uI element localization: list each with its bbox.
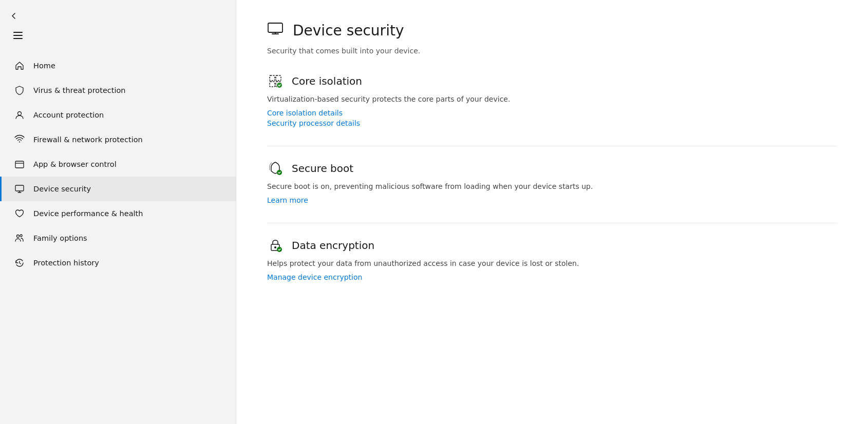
sidebar: Home Virus & threat protection Account p… [0, 0, 236, 424]
svg-point-12 [277, 170, 282, 175]
section-data-encryption: Data encryption Helps protect your data … [267, 238, 837, 281]
secure-boot-learn-more-link[interactable]: Learn more [267, 196, 837, 204]
page-subtitle: Security that comes built into your devi… [267, 47, 837, 55]
sidebar-item-app-browser-label: App & browser control [33, 160, 117, 168]
sidebar-item-device-security[interactable]: Device security [0, 177, 236, 201]
wifi-icon [14, 134, 25, 145]
svg-point-15 [277, 247, 282, 252]
svg-rect-7 [276, 75, 281, 81]
svg-rect-2 [15, 185, 24, 191]
core-isolation-details-link[interactable]: Core isolation details [267, 109, 837, 117]
svg-point-4 [20, 235, 22, 237]
core-isolation-icon [267, 73, 284, 89]
sidebar-item-protection-history-label: Protection history [33, 259, 99, 267]
page-header-icon [267, 21, 284, 41]
secure-boot-icon [267, 161, 284, 176]
manage-device-encryption-link[interactable]: Manage device encryption [267, 273, 837, 281]
page-title: Device security [293, 22, 404, 39]
section-core-isolation-header: Core isolation [267, 73, 837, 89]
monitor-icon [14, 184, 25, 194]
person-icon [14, 110, 25, 120]
home-icon [14, 61, 25, 71]
sidebar-item-home-label: Home [33, 62, 55, 70]
section-secure-boot-description: Secure boot is on, preventing malicious … [267, 181, 616, 192]
hamburger-button[interactable] [4, 27, 32, 44]
svg-point-3 [17, 235, 20, 238]
svg-rect-1 [15, 161, 24, 168]
sidebar-item-device-performance[interactable]: Device performance & health [0, 201, 236, 226]
svg-point-11 [277, 83, 282, 88]
back-button[interactable] [0, 6, 236, 26]
divider-2 [267, 223, 837, 223]
sidebar-item-protection-history[interactable]: Protection history [0, 250, 236, 275]
sidebar-item-firewall-network-label: Firewall & network protection [33, 136, 143, 144]
svg-point-14 [274, 246, 276, 248]
section-core-isolation: Core isolation Virtualization-based secu… [267, 73, 837, 127]
hamburger-icon [13, 32, 23, 39]
section-data-encryption-title: Data encryption [292, 239, 374, 252]
history-icon [14, 258, 25, 268]
section-secure-boot: Secure boot Secure boot is on, preventin… [267, 161, 837, 204]
sidebar-item-family-options-label: Family options [33, 234, 87, 242]
svg-rect-6 [270, 75, 275, 81]
main-content: Device security Security that comes buil… [236, 0, 868, 424]
divider-1 [267, 146, 837, 146]
heart-icon [14, 208, 25, 219]
sidebar-item-virus-threat-label: Virus & threat protection [33, 86, 126, 94]
section-data-encryption-header: Data encryption [267, 238, 837, 253]
svg-rect-8 [270, 82, 275, 87]
page-header: Device security [267, 21, 837, 41]
section-data-encryption-description: Helps protect your data from unauthorize… [267, 258, 616, 269]
sidebar-nav: Home Virus & threat protection Account p… [0, 49, 236, 424]
svg-rect-5 [268, 23, 282, 32]
sidebar-item-app-browser[interactable]: App & browser control [0, 152, 236, 177]
sidebar-top-buttons [0, 0, 236, 49]
svg-point-0 [18, 112, 22, 115]
section-secure-boot-header: Secure boot [267, 161, 837, 176]
data-encryption-icon [267, 238, 284, 253]
sidebar-item-device-performance-label: Device performance & health [33, 209, 143, 218]
section-secure-boot-title: Secure boot [292, 162, 353, 175]
shield-icon [14, 85, 25, 95]
sidebar-item-account-protection[interactable]: Account protection [0, 103, 236, 127]
sidebar-item-device-security-label: Device security [33, 185, 91, 193]
section-core-isolation-description: Virtualization-based security protects t… [267, 94, 616, 105]
sidebar-item-family-options[interactable]: Family options [0, 226, 236, 250]
sidebar-item-virus-threat[interactable]: Virus & threat protection [0, 78, 236, 103]
sidebar-item-firewall-network[interactable]: Firewall & network protection [0, 127, 236, 152]
family-icon [14, 233, 25, 243]
section-core-isolation-title: Core isolation [292, 75, 362, 87]
sidebar-item-account-protection-label: Account protection [33, 111, 104, 119]
sidebar-item-home[interactable]: Home [0, 53, 236, 78]
security-processor-details-link[interactable]: Security processor details [267, 119, 837, 127]
browser-icon [14, 159, 25, 169]
